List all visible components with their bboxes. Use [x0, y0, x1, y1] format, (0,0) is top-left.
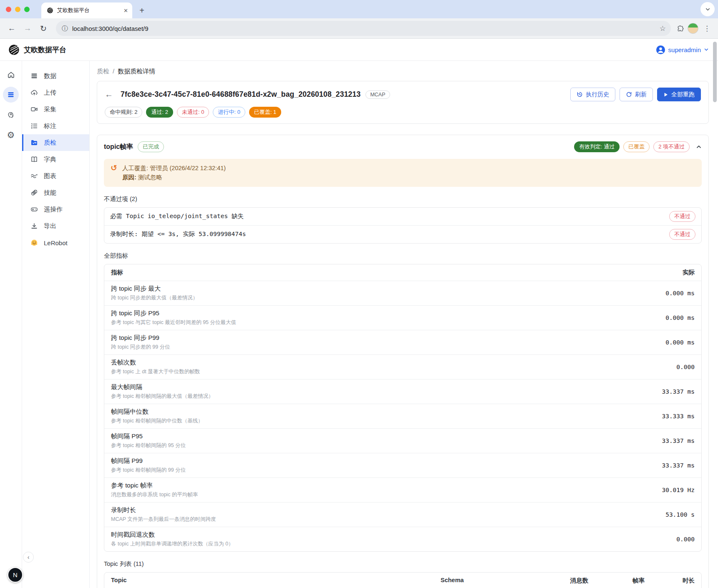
sidebar-menu: 数据 上传 采集 标注 质检 字典 图表 技能 — [22, 61, 90, 588]
fail-badge: 不通过 — [669, 229, 695, 240]
folder-check-icon — [30, 139, 38, 147]
rail-home-button[interactable] — [3, 67, 19, 83]
history-button[interactable]: 执行历史 — [570, 88, 615, 101]
rows-icon — [30, 72, 38, 80]
sidebar-item-export[interactable]: 导出 — [22, 218, 89, 234]
rule-status-badge: 已完成 — [138, 141, 164, 152]
sidebar-item-data[interactable]: 数据 — [22, 68, 89, 84]
metrics-table: 指标 实际 跨 topic 同步 最大跨 topic 同步差的最大值（最差情况）… — [104, 264, 702, 552]
app-header: 艾欧数据平台 superadmin — [0, 39, 718, 61]
breadcrumb-current: 数据质检详情 — [118, 68, 155, 75]
breadcrumb: 质检 / 数据质检详情 — [97, 68, 709, 75]
user-menu[interactable]: superadmin — [656, 45, 709, 55]
reload-icon[interactable]: ↻ — [37, 22, 50, 35]
bookmark-star-icon[interactable]: ☆ — [660, 24, 666, 33]
refresh-button[interactable]: 刷新 — [620, 88, 653, 101]
sidebar-item-dictionary[interactable]: 字典 — [22, 151, 89, 168]
wave-chart-icon — [30, 172, 38, 180]
main-content: 质检 / 数据质检详情 ← 7fc8e3ce-3c47-45c7-81e0-64… — [90, 61, 718, 588]
override-badge: 已覆盖 — [623, 141, 650, 152]
failed-items-list: 必需 Topic io_teleop/joint_states 缺失 不通过 录… — [104, 207, 702, 244]
icon-rail: ⚙ — [0, 61, 22, 588]
breadcrumb-parent[interactable]: 质检 — [97, 68, 109, 75]
ai-head-icon — [7, 111, 15, 119]
ordered-list-icon — [30, 122, 38, 130]
fail-count-badge: 2 项不通过 — [653, 141, 690, 152]
extensions-icon[interactable] — [677, 24, 685, 33]
sidebar-item-teleop[interactable]: 遥操作 — [22, 201, 89, 218]
back-icon[interactable]: ← — [5, 22, 18, 35]
play-icon — [663, 92, 668, 97]
home-icon — [7, 71, 15, 79]
back-button[interactable]: ← — [105, 90, 116, 99]
metric-row: 帧间隔中位数参考 topic 相邻帧间隔的中位数（基线）33.333 ms — [104, 404, 701, 428]
tab-search-chevron-icon[interactable] — [700, 2, 715, 16]
browser-menu-icon[interactable]: ⋮ — [701, 24, 713, 33]
rules-hit-badge: 命中规则: 2 — [105, 107, 142, 118]
download-icon — [30, 222, 38, 230]
gamepad-icon — [30, 206, 38, 214]
hugging-face-icon — [30, 239, 38, 247]
sidebar-item-upload[interactable]: 上传 — [22, 84, 89, 101]
close-window-button[interactable] — [6, 7, 11, 12]
collapse-section-chevron-icon[interactable] — [696, 144, 702, 150]
refresh-icon — [626, 91, 632, 98]
failed-item: 录制时长: 期望 <= 3s, 实际 53.099998474s 不通过 — [104, 225, 701, 243]
rail-ai-button[interactable] — [3, 107, 19, 123]
metric-row: 时间戳回退次数各 topic 上时间戳非单调递增的累计次数（应当为 0）0.00… — [104, 527, 701, 551]
username: superadmin — [668, 46, 701, 53]
metrics-title: 全部指标 — [104, 252, 702, 260]
sidebar-item-lerobot[interactable]: LeRobot — [22, 234, 89, 251]
sidebar-item-skills[interactable]: 技能 — [22, 184, 89, 201]
sidebar-item-qc[interactable]: 质检 — [22, 134, 89, 151]
list-icon — [7, 91, 15, 98]
tab-close-icon[interactable]: ✕ — [123, 8, 128, 14]
browser-profile-avatar[interactable] — [688, 23, 698, 34]
metric-row: 跨 topic 同步 P99跨 topic 同步差的 99 分位0.000 ms — [104, 330, 701, 354]
maximize-window-button[interactable] — [24, 7, 30, 12]
site-info-icon[interactable]: ⓘ — [62, 25, 68, 33]
sidebar-item-annotate[interactable]: 标注 — [22, 118, 89, 134]
failed-badge: 未通过: 0 — [177, 107, 209, 118]
brand-title: 艾欧数据平台 — [24, 45, 66, 55]
browser-tab[interactable]: 艾欧数据平台 ✕ — [41, 3, 132, 18]
metric-row: 帧间隔 P99参考 topic 相邻帧间隔的 99 分位33.337 ms — [104, 453, 701, 477]
rail-datasets-button[interactable] — [3, 87, 19, 103]
rail-settings-button[interactable]: ⚙ — [3, 127, 19, 143]
user-avatar-icon — [656, 45, 665, 55]
url-bar[interactable]: ⓘ localhost:3000/qc/dataset/9 ☆ — [56, 21, 671, 36]
metric-row: 录制时长MCAP 文件第一条到最后一条消息的时间跨度53.100 s — [104, 502, 701, 527]
rerun-all-button[interactable]: 全部重跑 — [657, 88, 701, 101]
metric-row: 参考 topic 帧率消息数最多的非系统 topic 的平均帧率30.019 H… — [104, 477, 701, 502]
browser-toolbar: ← → ↻ ⓘ localhost:3000/qc/dataset/9 ☆ ⋮ — [0, 18, 718, 39]
override-history-icon: ↺ — [111, 163, 117, 182]
metric-row: 最大帧间隔参考 topic 相邻帧间隔的最大值（最差情况）33.337 ms — [104, 379, 701, 404]
gear-icon: ⚙ — [7, 131, 15, 139]
tab-title: 艾欧数据平台 — [57, 7, 120, 14]
cloud-upload-icon — [30, 89, 38, 97]
minimize-window-button[interactable] — [15, 7, 20, 12]
app-logo — [8, 44, 20, 55]
coins-icon — [30, 189, 38, 197]
sidebar-item-collect[interactable]: 采集 — [22, 101, 89, 118]
floating-n-button[interactable]: N — [8, 567, 23, 583]
format-badge: MCAP — [365, 90, 390, 99]
window-controls[interactable] — [0, 0, 35, 18]
topics-table: Topic Schema 消息数 帧率 时长 /episode_index st… — [104, 572, 702, 588]
metric-row: 帧间隔 P95参考 topic 相邻帧间隔的 95 分位33.337 ms — [104, 428, 701, 453]
running-badge: 进行中: 0 — [213, 107, 245, 118]
new-tab-button[interactable]: + — [136, 4, 148, 17]
forward-icon[interactable]: → — [21, 22, 34, 35]
dataset-header-card: ← 7fc8e3ce-3c47-45c7-81e0-64688f67e81d-x… — [97, 81, 709, 124]
verdict-badge: 有效判定: 通过 — [574, 141, 620, 152]
page-scrollbar[interactable] — [713, 42, 717, 102]
override-line: 人工覆盖: 管理员 (2026/4/22 12:32:41) — [122, 163, 226, 173]
metric-row: 跨 topic 同步 最大跨 topic 同步差的最大值（最差情况）0.000 … — [104, 281, 701, 305]
fail-badge: 不通过 — [669, 211, 695, 222]
failed-items-title: 不通过项 (2) — [104, 195, 702, 203]
url-text[interactable]: localhost:3000/qc/dataset/9 — [72, 25, 655, 32]
sidebar-collapse-button[interactable]: ‹ — [23, 552, 34, 563]
video-camera-icon — [30, 106, 38, 113]
topics-title: Topic 列表 (11) — [104, 560, 702, 568]
sidebar-item-charts[interactable]: 图表 — [22, 168, 89, 184]
